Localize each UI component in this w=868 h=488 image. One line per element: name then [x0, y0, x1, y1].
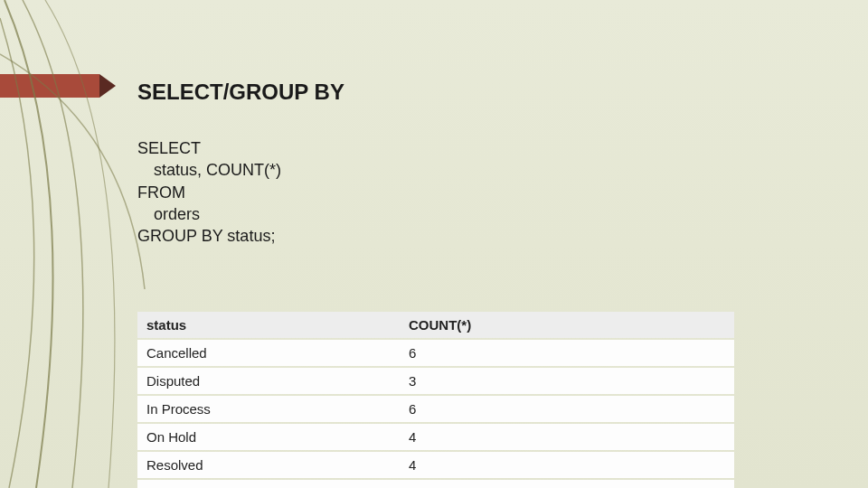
table-row: In Process 6	[137, 396, 734, 422]
slide-title: SELECT/GROUP BY	[137, 80, 868, 105]
table-row: On Hold 4	[137, 424, 734, 450]
cell-status: Resolved	[137, 452, 400, 478]
cell-count: 6	[400, 396, 734, 422]
sql-line-1: SELECT	[137, 137, 868, 159]
table-row: Cancelled 6	[137, 340, 734, 366]
sql-line-2: status, COUNT(*)	[137, 159, 281, 181]
cell-status: Cancelled	[137, 340, 400, 366]
sql-line-4: orders	[137, 203, 200, 225]
sql-code-block: SELECT status, COUNT(*) FROM orders GROU…	[137, 137, 868, 247]
cell-status: On Hold	[137, 424, 400, 450]
cell-status: Shipped	[137, 480, 400, 488]
table-row: Resolved 4	[137, 452, 734, 478]
cell-count: 6	[400, 340, 734, 366]
cell-status: In Process	[137, 396, 400, 422]
table-header-row: status COUNT(*)	[137, 312, 734, 338]
table-row: Shipped 303	[137, 480, 734, 488]
cell-count: 4	[400, 424, 734, 450]
cell-count: 3	[400, 368, 734, 394]
cell-count: 4	[400, 452, 734, 478]
sql-line-3: FROM	[137, 182, 868, 203]
column-header-status: status	[137, 312, 400, 338]
sql-line-5: GROUP BY status;	[137, 225, 868, 247]
table-row: Disputed 3	[137, 368, 734, 394]
column-header-count: COUNT(*)	[400, 312, 734, 338]
cell-status: Disputed	[137, 368, 400, 394]
cell-count: 303	[400, 480, 734, 488]
result-table: status COUNT(*) Cancelled 6 Disputed 3 I…	[137, 310, 734, 488]
